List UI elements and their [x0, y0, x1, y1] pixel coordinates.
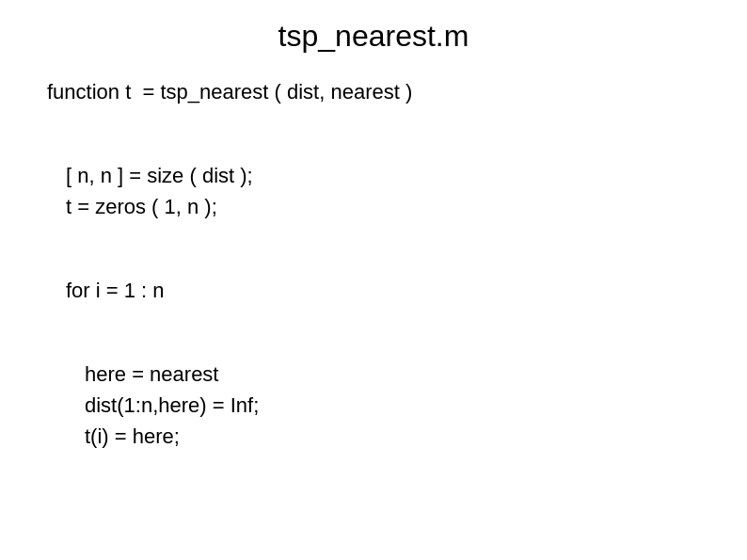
line-empty5 [47, 306, 709, 332]
line-for: for i = 1 : n [47, 275, 709, 306]
line-here: here = nearest [47, 359, 709, 390]
line-empty2 [47, 134, 709, 160]
line-empty3 [47, 222, 709, 248]
page-container: tsp_nearest.m function t = tsp_nearest (… [0, 0, 747, 560]
line-function: function t = tsp_nearest ( dist, nearest… [47, 76, 709, 107]
line-zeros: t = zeros ( 1, n ); [47, 191, 709, 222]
code-block: function t = tsp_nearest ( dist, nearest… [38, 76, 709, 452]
line-empty1 [47, 107, 709, 134]
line-t: t(i) = here; [47, 421, 709, 452]
line-empty4 [47, 248, 709, 275]
page-title: tsp_nearest.m [38, 19, 709, 54]
line-empty6 [47, 332, 709, 359]
line-size: [ n, n ] = size ( dist ); [47, 160, 709, 191]
line-dist: dist(1:n,here) = Inf; [47, 390, 709, 421]
